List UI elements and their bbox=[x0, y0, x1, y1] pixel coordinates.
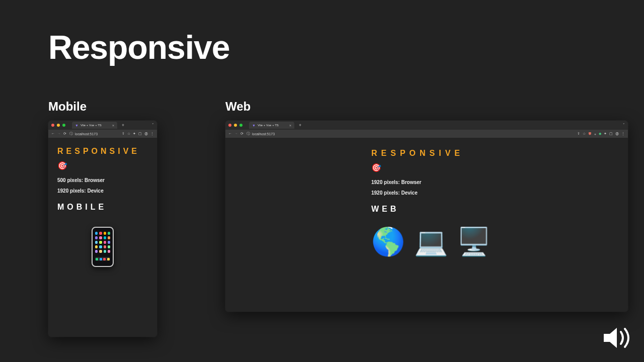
speaker-icon bbox=[602, 325, 634, 353]
url-text: localhost:5173 bbox=[252, 132, 275, 136]
profile-icon[interactable]: ⦿ bbox=[144, 132, 148, 136]
traffic-max-icon[interactable] bbox=[62, 124, 65, 127]
tab-close-icon[interactable]: × bbox=[112, 124, 114, 127]
shield-icon[interactable]: ⛊ bbox=[588, 132, 592, 136]
back-button[interactable]: ← bbox=[228, 132, 232, 136]
forward-button[interactable]: → bbox=[57, 132, 61, 136]
device-icons: 🌎 💻 🖥️ bbox=[371, 228, 619, 255]
phone-app-icon bbox=[99, 250, 102, 253]
slide: Responsive Mobile Web ▼ Vite + Vue + TS … bbox=[0, 0, 644, 362]
phone-app-icon bbox=[104, 245, 106, 248]
globe-icon: 🌎 bbox=[371, 228, 405, 255]
phone-app-icon bbox=[108, 232, 110, 235]
traffic-min-icon[interactable] bbox=[234, 124, 237, 127]
forward-button[interactable]: → bbox=[234, 132, 238, 136]
dot-icon[interactable]: ● bbox=[594, 132, 596, 136]
back-button[interactable]: ← bbox=[51, 132, 55, 136]
chevron-down-icon[interactable]: ˅ bbox=[623, 123, 625, 127]
label-web: Web bbox=[225, 100, 251, 114]
laptop-icon: 💻 bbox=[414, 228, 448, 255]
mode-label: MOBILE bbox=[57, 203, 148, 212]
svg-marker-0 bbox=[604, 328, 617, 348]
site-info-icon[interactable]: ⓘ bbox=[69, 131, 73, 136]
reload-button[interactable]: ⟳ bbox=[240, 132, 244, 136]
browser-pixels-line: 1920 pixels: Browser bbox=[371, 179, 619, 185]
site-info-icon[interactable]: ⓘ bbox=[247, 131, 250, 136]
target-icon: 🎯 bbox=[57, 161, 148, 170]
phone-app-icon bbox=[99, 245, 102, 248]
tabstrip: ▼ Vite + Vue + TS × + ˅ bbox=[48, 121, 157, 130]
vite-icon: ▼ bbox=[75, 124, 78, 127]
phone-app-icon bbox=[108, 245, 110, 248]
phone-app-icon bbox=[95, 232, 98, 235]
target-icon: 🎯 bbox=[371, 163, 619, 172]
browser-tab[interactable]: ▼ Vite + Vue + TS × bbox=[72, 122, 117, 129]
phone-app-icon bbox=[99, 241, 102, 244]
tab-title: Vite + Vue + TS bbox=[80, 124, 102, 127]
phone-app-icon bbox=[95, 241, 98, 244]
phone-app-icon bbox=[95, 236, 98, 239]
window-icon[interactable]: ▢ bbox=[138, 132, 142, 136]
traffic-min-icon[interactable] bbox=[57, 124, 60, 127]
toolbar: ← → ⟳ ⓘ localhost:5173 ⇧ ☆ ✦ ▢ ⦿ ⋮ bbox=[48, 130, 157, 138]
phone-app-icon bbox=[108, 250, 110, 253]
phone-app-icon bbox=[95, 250, 98, 253]
mode-label: WEB bbox=[371, 205, 619, 214]
page-content-web: RESPONSIVE 🎯 1920 pixels: Browser 1920 p… bbox=[225, 138, 628, 312]
address-bar[interactable]: ⓘ localhost:5173 bbox=[69, 131, 98, 136]
phone-app-icon bbox=[108, 241, 110, 244]
extensions-icon[interactable]: ✦ bbox=[604, 132, 607, 136]
phone-app-icon bbox=[104, 250, 106, 253]
device-pixels-line: 1920 pixels: Device bbox=[371, 190, 619, 196]
phone-app-icon bbox=[104, 232, 106, 235]
share-icon[interactable]: ⇧ bbox=[122, 132, 125, 136]
phone-app-icon bbox=[104, 241, 106, 244]
browser-tab[interactable]: ▼ Vite + Vue + TS × bbox=[249, 122, 294, 129]
menu-icon[interactable]: ⋮ bbox=[621, 132, 625, 136]
slide-title: Responsive bbox=[48, 28, 229, 66]
tab-close-icon[interactable]: × bbox=[289, 124, 291, 127]
phone-app-icon bbox=[108, 236, 110, 239]
chevron-down-icon[interactable]: ˅ bbox=[152, 123, 154, 127]
page-content-mobile: RESPONSIVE 🎯 500 pixels: Browser 1920 pi… bbox=[48, 138, 157, 337]
desktop-icon: 🖥️ bbox=[457, 228, 491, 255]
traffic-close-icon[interactable] bbox=[51, 124, 54, 127]
traffic-max-icon[interactable] bbox=[239, 124, 243, 127]
reload-button[interactable]: ⟳ bbox=[63, 132, 66, 136]
browser-mobile: ▼ Vite + Vue + TS × + ˅ ← → ⟳ ⓘ localhos… bbox=[48, 121, 157, 337]
phone-icon bbox=[92, 227, 114, 267]
tabstrip: ▼ Vite + Vue + TS × + ˅ bbox=[225, 121, 628, 130]
star-icon[interactable]: ☆ bbox=[127, 132, 130, 136]
extension-green-icon[interactable]: ◆ bbox=[599, 132, 601, 136]
phone-dock-app-icon bbox=[103, 258, 106, 260]
phone-app-icon bbox=[99, 236, 102, 239]
phone-app-icon bbox=[99, 232, 102, 235]
star-icon[interactable]: ☆ bbox=[583, 132, 586, 136]
phone-app-icon bbox=[104, 236, 106, 239]
browser-pixels-line: 500 pixels: Browser bbox=[57, 177, 148, 183]
toolbar: ← → ⟳ ⓘ localhost:5173 ⇧ ☆ ⛊ ● ◆ ✦ ▢ ⦿ ⋮ bbox=[225, 130, 628, 138]
traffic-close-icon[interactable] bbox=[228, 124, 231, 127]
phone-app-icon bbox=[95, 245, 98, 248]
phone-dock-app-icon bbox=[107, 258, 110, 260]
browser-web: ▼ Vite + Vue + TS × + ˅ ← → ⟳ ⓘ localhos… bbox=[225, 121, 628, 312]
extensions-icon[interactable]: ✦ bbox=[133, 132, 136, 136]
url-text: localhost:5173 bbox=[75, 132, 98, 136]
phone-dock-app-icon bbox=[96, 258, 98, 260]
page-heading: RESPONSIVE bbox=[371, 149, 619, 158]
page-heading: RESPONSIVE bbox=[57, 147, 148, 156]
phone-illustration bbox=[57, 227, 148, 267]
window-icon[interactable]: ▢ bbox=[609, 132, 613, 136]
profile-icon[interactable]: ⦿ bbox=[615, 132, 619, 136]
label-mobile: Mobile bbox=[48, 100, 87, 114]
device-pixels-line: 1920 pixels: Device bbox=[57, 188, 148, 194]
tab-title: Vite + Vue + TS bbox=[258, 124, 279, 127]
vite-icon: ▼ bbox=[252, 124, 256, 127]
share-icon[interactable]: ⇧ bbox=[577, 132, 580, 136]
menu-icon[interactable]: ⋮ bbox=[150, 132, 154, 136]
new-tab-button[interactable]: + bbox=[122, 123, 124, 128]
phone-dock-app-icon bbox=[100, 258, 102, 260]
new-tab-button[interactable]: + bbox=[299, 123, 301, 128]
address-bar[interactable]: ⓘ localhost:5173 bbox=[247, 131, 275, 136]
